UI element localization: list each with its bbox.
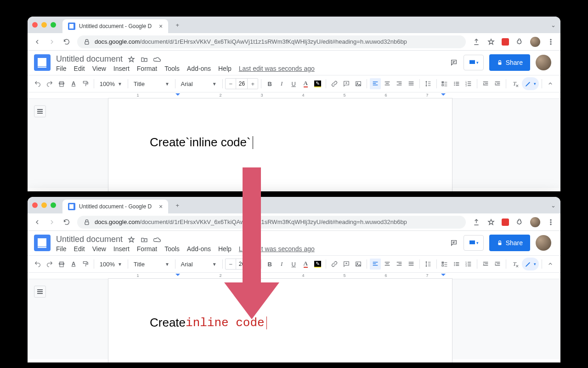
account-avatar-icon[interactable] [536, 55, 551, 70]
star-icon[interactable] [127, 236, 136, 244]
share-button[interactable]: Share [489, 235, 530, 251]
account-avatar-icon[interactable] [536, 235, 551, 251]
style-select[interactable]: Title▼ [131, 78, 172, 89]
collapse-toolbar-icon[interactable] [545, 259, 556, 270]
menu-tools[interactable]: Tools [164, 245, 180, 253]
url-field[interactable]: docs.google.com/document/d/1rEHrsxVKkV_6… [77, 35, 466, 48]
back-icon[interactable] [33, 38, 41, 46]
font-size-value[interactable]: 26 [236, 259, 248, 269]
bold-button[interactable]: B [264, 78, 275, 89]
align-right-button[interactable] [394, 78, 405, 89]
cloud-saved-icon[interactable] [153, 55, 161, 63]
move-icon[interactable] [140, 55, 148, 63]
cloud-saved-icon[interactable] [153, 236, 161, 244]
align-center-button[interactable] [382, 78, 393, 89]
forward-icon[interactable] [48, 38, 56, 46]
extension-icon[interactable] [502, 38, 509, 46]
minimize-window-icon[interactable] [41, 22, 47, 28]
kebab-menu-icon[interactable] [547, 218, 555, 226]
numbered-list-button[interactable]: 123 [463, 259, 474, 270]
indent-marker-icon[interactable] [175, 274, 180, 278]
menu-addons[interactable]: Add-ons [187, 65, 211, 72]
share-page-icon[interactable] [472, 38, 481, 46]
window-controls[interactable] [32, 202, 56, 208]
menu-insert[interactable]: Insert [113, 245, 130, 253]
tabs-dropdown-icon[interactable]: ⌄ [551, 22, 556, 29]
outline-toggle-button[interactable] [34, 105, 46, 117]
minimize-window-icon[interactable] [41, 202, 47, 208]
menu-help[interactable]: Help [218, 245, 232, 253]
editing-mode-button[interactable]: ▾ [522, 258, 539, 270]
fullscreen-window-icon[interactable] [51, 202, 56, 208]
outdent-button[interactable] [480, 78, 491, 89]
font-size-increase[interactable]: + [248, 80, 258, 87]
url-field[interactable]: docs.google.com/document/d/1rEHrsxVKkV_6… [77, 216, 466, 229]
align-justify-button[interactable] [406, 78, 417, 89]
line-spacing-button[interactable] [423, 259, 434, 270]
profile-avatar-icon[interactable] [530, 217, 540, 227]
window-controls[interactable] [32, 22, 56, 28]
close-window-icon[interactable] [32, 22, 38, 28]
menu-view[interactable]: View [92, 245, 106, 253]
bookmark-icon[interactable] [487, 38, 495, 46]
last-edit-label[interactable]: Last edit was seconds ago [239, 245, 315, 253]
collapse-toolbar-icon[interactable] [545, 78, 556, 89]
close-tab-icon[interactable]: × [159, 23, 163, 30]
reload-icon[interactable] [62, 38, 71, 46]
document-content[interactable]: Create `inline code` [150, 135, 411, 150]
font-size-decrease[interactable]: − [226, 261, 236, 268]
right-indent-marker-icon[interactable] [441, 274, 446, 278]
redo-button[interactable] [44, 78, 55, 89]
reload-icon[interactable] [62, 218, 71, 226]
underline-button[interactable]: U [288, 78, 299, 89]
menu-view[interactable]: View [92, 65, 106, 72]
bold-button[interactable]: B [264, 259, 275, 270]
clear-format-button[interactable]: T✕ [509, 78, 520, 89]
present-button[interactable]: ▾ [464, 235, 484, 251]
bookmark-icon[interactable] [487, 218, 495, 226]
browser-tab[interactable]: Untitled document - Google D × [62, 19, 168, 33]
comments-icon[interactable] [450, 58, 458, 67]
checklist-button[interactable] [439, 259, 450, 270]
italic-button[interactable]: I [276, 78, 287, 89]
document-title[interactable]: Untitled document [56, 235, 123, 244]
close-window-icon[interactable] [32, 202, 38, 208]
bullet-list-button[interactable] [451, 259, 462, 270]
star-icon[interactable] [127, 55, 136, 63]
extensions-icon[interactable] [515, 38, 524, 46]
align-justify-button[interactable] [406, 259, 417, 270]
right-indent-marker-icon[interactable] [441, 93, 446, 98]
undo-button[interactable] [32, 78, 43, 89]
document-page[interactable]: Create inline code [108, 278, 452, 362]
menu-edit[interactable]: Edit [74, 245, 85, 253]
redo-button[interactable] [44, 259, 55, 270]
comments-icon[interactable] [450, 239, 458, 247]
close-tab-icon[interactable]: × [159, 203, 163, 210]
checklist-button[interactable] [439, 78, 450, 89]
outdent-button[interactable] [480, 259, 491, 270]
editing-mode-button[interactable]: ▾ [522, 77, 539, 90]
spellcheck-button[interactable]: A [68, 78, 79, 89]
style-select[interactable]: Title▼ [131, 259, 172, 270]
spellcheck-button[interactable]: A [68, 259, 79, 270]
paint-format-button[interactable] [80, 259, 91, 270]
menu-edit[interactable]: Edit [74, 65, 85, 72]
indent-button[interactable] [492, 78, 503, 89]
bullet-list-button[interactable] [451, 78, 462, 89]
indent-marker-icon[interactable] [175, 93, 180, 98]
highlight-button[interactable]: ✎ [312, 259, 323, 270]
image-button[interactable] [353, 78, 364, 89]
undo-button[interactable] [32, 259, 43, 270]
font-size-control[interactable]: − 26 + [225, 78, 258, 89]
menu-insert[interactable]: Insert [113, 65, 130, 72]
share-button[interactable]: Share [489, 54, 530, 71]
font-select[interactable]: Arial▼ [178, 259, 220, 270]
document-title[interactable]: Untitled document [56, 54, 123, 64]
print-button[interactable] [56, 259, 67, 270]
menu-file[interactable]: File [56, 65, 67, 72]
new-tab-button[interactable]: + [171, 18, 184, 31]
menu-addons[interactable]: Add-ons [187, 245, 211, 253]
menu-format[interactable]: Format [137, 65, 157, 72]
zoom-select[interactable]: 100%▼ [97, 259, 125, 270]
text-color-button[interactable]: A [300, 259, 311, 270]
